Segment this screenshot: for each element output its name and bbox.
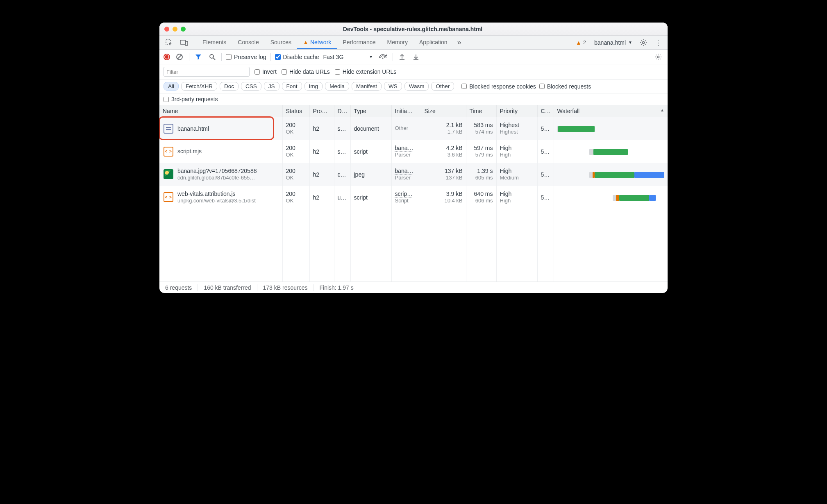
column-header[interactable]: Pro… xyxy=(309,105,334,117)
third-party-checkbox[interactable]: 3rd-party requests xyxy=(164,96,663,102)
column-header[interactable]: C… xyxy=(537,105,554,117)
invert-checkbox[interactable]: Invert xyxy=(254,68,277,75)
blocked-cookies-checkbox[interactable]: Blocked response cookies xyxy=(461,83,536,90)
network-toolbar: Preserve log Disable cache Fast 3G ▼ xyxy=(159,50,668,64)
svg-point-8 xyxy=(382,57,384,59)
svg-rect-1 xyxy=(180,40,186,44)
request-name: script.mjs xyxy=(177,148,202,155)
column-header[interactable]: Type xyxy=(350,105,391,117)
waterfall-bar[interactable] xyxy=(557,192,665,203)
type-chip-doc[interactable]: Doc xyxy=(220,82,239,91)
kebab-menu-icon[interactable]: ⋮ xyxy=(651,36,665,50)
script-icon: < > xyxy=(164,192,173,202)
svg-point-9 xyxy=(657,56,659,58)
svg-line-5 xyxy=(177,55,182,59)
status-requests: 6 requests xyxy=(159,284,198,291)
document-icon xyxy=(164,124,173,134)
type-chip-fetchxhr[interactable]: Fetch/XHR xyxy=(181,82,217,91)
zoom-window-button[interactable] xyxy=(181,27,186,32)
tab-memory[interactable]: Memory xyxy=(381,36,414,49)
tab-console[interactable]: Console xyxy=(232,36,264,49)
waterfall-bar[interactable] xyxy=(557,169,665,180)
more-tabs-icon[interactable]: » xyxy=(454,36,465,49)
settings-icon[interactable] xyxy=(636,36,650,49)
column-header[interactable]: Priority xyxy=(496,105,537,117)
tab-elements[interactable]: Elements xyxy=(197,36,232,49)
image-icon xyxy=(164,169,173,179)
column-header[interactable]: Name xyxy=(159,105,282,117)
request-row[interactable]: banana.jpg?v=1705668720588cdn.glitch.glo… xyxy=(159,163,668,186)
column-header[interactable]: Waterfall▲ xyxy=(554,105,668,117)
column-header[interactable]: D… xyxy=(334,105,350,117)
close-window-button[interactable] xyxy=(164,27,169,32)
column-header[interactable]: Initia… xyxy=(391,105,421,117)
tab-performance[interactable]: Performance xyxy=(337,36,381,49)
resource-type-filter: AllFetch/XHRDocCSSJSFontImgMediaManifest… xyxy=(159,79,668,93)
svg-line-7 xyxy=(213,58,215,60)
warning-icon: ▲ xyxy=(303,39,309,45)
request-name: banana.jpg?v=1705668720588 xyxy=(177,167,257,175)
column-header[interactable]: Size xyxy=(421,105,466,117)
main-tabs: ElementsConsoleSources▲NetworkPerformanc… xyxy=(159,36,668,50)
disable-cache-checkbox[interactable]: Disable cache xyxy=(275,54,319,60)
type-chip-img[interactable]: Img xyxy=(304,82,323,91)
initiator-link[interactable]: scrip… xyxy=(395,190,418,198)
request-row[interactable]: < >web-vitals.attribution.jsunpkg.com/we… xyxy=(159,186,668,209)
chevron-down-icon: ▼ xyxy=(628,40,632,45)
blocked-requests-checkbox[interactable]: Blocked requests xyxy=(539,83,591,90)
tab-sources[interactable]: Sources xyxy=(265,36,297,49)
clear-button[interactable] xyxy=(174,52,185,62)
filter-icon[interactable] xyxy=(193,52,203,62)
request-row[interactable]: < >script.mjs200OKh2sp…scriptbana…Parser… xyxy=(159,140,668,163)
sort-icon: ▲ xyxy=(660,108,664,112)
search-icon[interactable] xyxy=(207,52,217,62)
request-table: NameStatusPro…D…TypeInitia…SizeTimePrior… xyxy=(159,105,668,282)
type-chip-css[interactable]: CSS xyxy=(241,82,261,91)
type-chip-all[interactable]: All xyxy=(164,82,179,91)
status-resources: 173 kB resources xyxy=(257,284,314,291)
type-chip-media[interactable]: Media xyxy=(325,82,349,91)
tab-network[interactable]: ▲Network xyxy=(297,36,337,49)
type-chip-manifest[interactable]: Manifest xyxy=(352,82,382,91)
filter-input[interactable] xyxy=(164,67,250,77)
target-selector[interactable]: banana.html ▼ xyxy=(591,39,636,46)
initiator-link[interactable]: bana… xyxy=(395,167,418,175)
titlebar: DevTools - speculative-rules.glitch.me/b… xyxy=(159,23,668,36)
request-origin: cdn.glitch.global/87b4c0fe-655… xyxy=(177,175,257,182)
third-party-row: 3rd-party requests xyxy=(159,93,668,105)
request-row[interactable]: banana.html200OKh2sp…documentOther2.1 kB… xyxy=(159,117,668,140)
type-chip-js[interactable]: JS xyxy=(264,82,279,91)
hide-extension-urls-checkbox[interactable]: Hide extension URLs xyxy=(335,68,397,75)
window-title: DevTools - speculative-rules.glitch.me/b… xyxy=(186,26,640,32)
svg-point-3 xyxy=(643,41,645,43)
warnings-count[interactable]: ▲ 2 xyxy=(572,39,590,46)
record-button[interactable] xyxy=(164,54,170,60)
tab-application[interactable]: Application xyxy=(414,36,453,49)
initiator-link[interactable]: bana… xyxy=(395,144,418,152)
script-icon: < > xyxy=(164,147,173,157)
waterfall-bar[interactable] xyxy=(557,146,665,157)
status-finish: Finish: 1.97 s xyxy=(314,284,359,291)
column-header[interactable]: Status xyxy=(282,105,309,117)
request-name: web-vitals.attribution.js xyxy=(177,190,256,198)
status-bar: 6 requests 160 kB transferred 173 kB res… xyxy=(159,282,668,293)
devtools-window: DevTools - speculative-rules.glitch.me/b… xyxy=(159,23,668,293)
waterfall-bar[interactable] xyxy=(557,123,665,134)
preserve-log-checkbox[interactable]: Preserve log xyxy=(226,54,266,60)
request-origin: unpkg.com/web-vitals@3.5.1/dist xyxy=(177,198,256,204)
type-chip-font[interactable]: Font xyxy=(282,82,302,91)
throttling-selector[interactable]: Fast 3G ▼ xyxy=(323,54,373,60)
svg-point-6 xyxy=(210,54,214,58)
import-har-icon[interactable] xyxy=(411,52,421,62)
type-chip-wasm[interactable]: Wasm xyxy=(404,82,429,91)
hide-data-urls-checkbox[interactable]: Hide data URLs xyxy=(282,68,330,75)
inspect-icon[interactable] xyxy=(162,36,176,49)
export-har-icon[interactable] xyxy=(397,52,407,62)
device-toolbar-icon[interactable] xyxy=(177,37,191,48)
network-conditions-icon[interactable] xyxy=(377,52,389,62)
type-chip-ws[interactable]: WS xyxy=(384,82,402,91)
column-header[interactable]: Time xyxy=(466,105,496,117)
network-settings-icon[interactable] xyxy=(653,52,663,62)
minimize-window-button[interactable] xyxy=(173,27,177,32)
type-chip-other[interactable]: Other xyxy=(431,82,454,91)
